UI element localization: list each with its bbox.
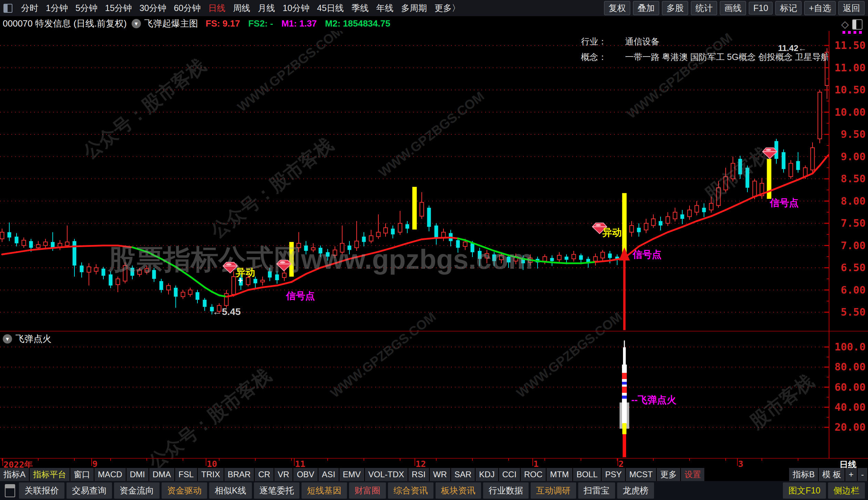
indicator-item-23[interactable]: PSY: [602, 468, 625, 481]
period-tab-0[interactable]: 分时: [21, 2, 38, 14]
top-right-button-1[interactable]: 叠加: [633, 1, 659, 15]
period-tab-10[interactable]: 45日线: [317, 2, 344, 14]
indicator-item-15[interactable]: RSI: [408, 468, 429, 481]
top-right-button-5[interactable]: F10: [749, 2, 773, 14]
indicator-item-10[interactable]: VR: [274, 468, 293, 481]
bottom-right-item-1[interactable]: 侧边栏: [828, 482, 865, 499]
indicator-value-0[interactable]: FS: 9.17: [206, 18, 240, 29]
candle-up: [652, 219, 655, 225]
indicator-item-3[interactable]: MACD: [94, 468, 126, 481]
indicator-item-17[interactable]: SAR: [451, 468, 475, 481]
kline-chart-canvas[interactable]: 公众号：股市客栈WWW.GPZBGS.COM公众号：股市客栈WWW.GPZBGS…: [0, 0, 868, 500]
indicator-item-1[interactable]: 指标平台: [30, 468, 70, 481]
bottom-item-1[interactable]: 交易查询: [67, 482, 112, 499]
bottom-item-3[interactable]: 资金驱动: [162, 482, 207, 499]
indicator-item-4[interactable]: DMI: [126, 468, 149, 481]
bottom-item-10[interactable]: 行业数据: [483, 482, 529, 499]
period-tab-3[interactable]: 15分钟: [105, 2, 132, 14]
indicator-item-6[interactable]: FSL: [175, 468, 197, 481]
period-tab-2[interactable]: 5分钟: [75, 2, 98, 14]
candle-up: [0, 232, 4, 239]
top-right-button-7[interactable]: +自选: [804, 1, 836, 15]
period-tab-11[interactable]: 季线: [351, 2, 369, 14]
concept-value[interactable]: 一带一路 粤港澳 国防军工 5G概念 创投概念 卫星导航 阿: [625, 52, 828, 62]
signal-bar: [767, 159, 772, 199]
top-right-button-6[interactable]: 标记: [775, 1, 801, 15]
watermark-text: WWW.GPZBGS.COM: [235, 23, 346, 114]
period-tab-14[interactable]: 更多〉: [435, 2, 460, 14]
top-right-button-4[interactable]: 画线: [720, 1, 746, 15]
diamond-outline-icon[interactable]: ◇: [841, 19, 849, 30]
period-tab-5[interactable]: 60分钟: [174, 2, 201, 14]
chevron-down-icon[interactable]: ▼: [3, 334, 12, 344]
bottom-item-5[interactable]: 逐笔委托: [254, 482, 299, 499]
bottom-item-6[interactable]: 短线基因: [302, 482, 347, 499]
top-right-button-0[interactable]: 复权: [604, 1, 630, 15]
candle-down: [406, 224, 409, 229]
period-tab-9[interactable]: 10分钟: [283, 2, 309, 14]
indicator-item-8[interactable]: BRAR: [224, 468, 254, 481]
top-right-button-8[interactable]: 返回: [838, 1, 865, 15]
indicator-item-9[interactable]: CR: [255, 468, 274, 481]
rocket-label: --飞弹点火: [631, 395, 677, 405]
indicator-item-22[interactable]: BOLL: [573, 468, 601, 481]
top-right-button-2[interactable]: 多股: [662, 1, 688, 15]
indicator-right-item-1[interactable]: 模 板: [819, 468, 845, 481]
indicator-item-21[interactable]: MTM: [547, 468, 572, 481]
period-tab-12[interactable]: 年线: [376, 2, 394, 14]
indicator-item-11[interactable]: OBV: [293, 468, 318, 481]
indicator-right-item-0[interactable]: 指标B: [789, 468, 818, 481]
period-tab-6[interactable]: 日线: [208, 2, 225, 14]
bottom-item-2[interactable]: 资金流向: [114, 482, 160, 499]
period-tab-1[interactable]: 1分钟: [46, 2, 68, 14]
window-icon[interactable]: [3, 4, 12, 13]
bottom-item-8[interactable]: 综合资讯: [388, 482, 433, 499]
industry-value[interactable]: 通信设备: [625, 37, 660, 46]
top-right-button-3[interactable]: 统计: [691, 1, 717, 15]
indicator-item-0[interactable]: 指标A: [0, 468, 29, 481]
indicator-right-item-3[interactable]: -: [858, 468, 867, 481]
quote-panel-icon[interactable]: [5, 484, 15, 497]
month-label-2: 10: [207, 459, 217, 469]
indicator-item-18[interactable]: KDJ: [476, 468, 498, 481]
indicator-value-3[interactable]: M2: 1854834.75: [325, 18, 390, 29]
indicator-item-19[interactable]: CCI: [499, 468, 520, 481]
indicator-right-item-2[interactable]: +: [845, 468, 857, 481]
indicator-item-2[interactable]: 窗口: [70, 468, 94, 481]
bottom-item-7[interactable]: 财富圈: [349, 482, 386, 499]
period-tab-8[interactable]: 月线: [258, 2, 275, 14]
period-tab-13[interactable]: 多周期: [401, 2, 427, 14]
indicator-value-1[interactable]: FS2: -: [248, 18, 273, 29]
bottom-right-item-0[interactable]: 图文F10: [783, 482, 826, 499]
signal-bar: [412, 187, 417, 229]
indicator-item-24[interactable]: MCST: [626, 468, 656, 481]
watermark-text: 股市客栈: [745, 370, 817, 433]
candle-up: [167, 286, 171, 290]
indicator-item-26[interactable]: 设置: [681, 468, 704, 481]
period-tab-4[interactable]: 30分钟: [140, 2, 166, 14]
candle-down: [174, 288, 178, 297]
bottom-item-4[interactable]: 相似K线: [209, 482, 252, 499]
bottom-item-12[interactable]: 扫雷宝: [578, 482, 615, 499]
indicator-value-2[interactable]: M1: 1.37: [282, 18, 317, 29]
indicator-item-14[interactable]: VOL-TDX: [365, 468, 408, 481]
indicator-item-25[interactable]: 更多: [657, 468, 680, 481]
bottom-item-11[interactable]: 互动调研: [531, 482, 576, 499]
period-tab-7[interactable]: 周线: [233, 2, 250, 14]
bottom-item-9[interactable]: 板块资讯: [436, 482, 481, 499]
indicator-item-20[interactable]: ROC: [521, 468, 546, 481]
main-indicator-name[interactable]: 飞弹起爆主图: [144, 18, 198, 30]
bottom-item-13[interactable]: 龙虎榜: [617, 482, 654, 499]
candle-up: [688, 210, 692, 216]
indicator-item-13[interactable]: EMV: [339, 468, 364, 481]
indicator-item-12[interactable]: ASI: [318, 468, 339, 481]
candle-down: [203, 300, 207, 307]
bottom-item-0[interactable]: 关联报价: [19, 482, 64, 499]
ma-line-segment: [31, 249, 45, 250]
indicator-item-7[interactable]: TRIX: [198, 468, 224, 481]
indicator-item-5[interactable]: DMA: [149, 468, 174, 481]
candle-up: [572, 254, 576, 259]
split-view-icon[interactable]: [852, 19, 862, 30]
chevron-down-icon[interactable]: ▼: [132, 19, 141, 28]
indicator-item-16[interactable]: WR: [430, 468, 450, 481]
